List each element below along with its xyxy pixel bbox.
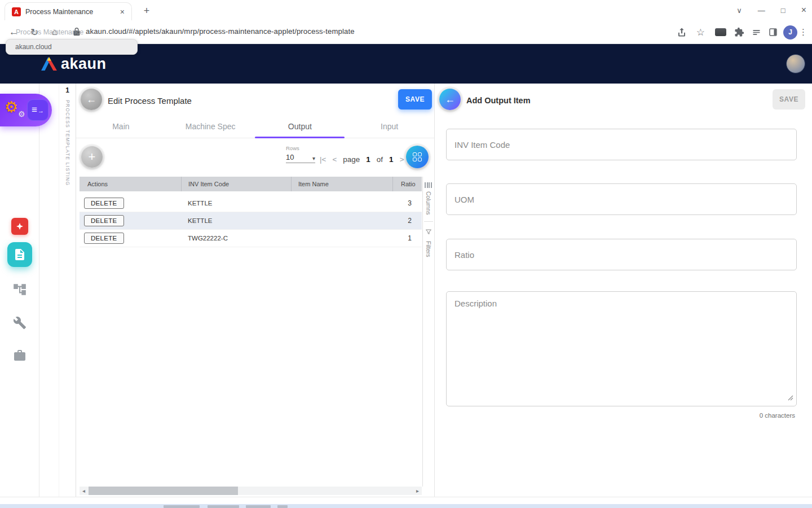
table-side-tools: Columns Filters [422,177,434,487]
process-template-listing-strip[interactable]: 1 PROCESS TEMPLATE LISTING [59,84,76,497]
wrench-icon[interactable] [13,316,27,330]
edit-process-template-panel: ← Edit Process Template SAVE Main Machin… [76,84,434,497]
red-applet-icon[interactable] [11,218,28,235]
table-row[interactable]: DELETE TWG22222-C 1 [80,230,422,247]
arrow-right-icon: → [38,107,44,114]
window-close-icon[interactable]: × [801,5,806,15]
page-total: 1 [389,155,394,164]
bookmark-star-icon[interactable]: ☆ [696,20,705,44]
taskbar-item [208,505,239,508]
ratio-input[interactable] [454,250,788,260]
browser-tab[interactable]: A Process Maintenance × [5,2,132,20]
browser-profile-avatar[interactable]: J [783,20,797,44]
reading-list-icon[interactable] [752,20,761,44]
header-inv-item-code: INV Item Code [181,177,291,191]
save-button-disabled[interactable]: SAVE [773,89,805,110]
briefcase-icon[interactable] [13,349,27,362]
window-chevron-icon[interactable]: ∨ [736,6,742,15]
side-panel-icon[interactable] [768,20,778,44]
table-header: Actions INV Item Code Item Name Ratio [80,177,422,191]
flow-tree-icon[interactable] [12,282,27,297]
cell-inv-item-code: TWG22222-C [181,235,291,242]
rows-label: Rows [286,145,315,151]
browser-menu-icon[interactable]: ⋮ [799,20,807,44]
new-tab-button[interactable]: + [140,4,153,17]
divider [424,221,433,222]
taskbar-item [246,505,271,508]
tab-bar: Main Machine Spec Output Input [76,115,434,138]
description-field-wrap [446,291,797,406]
scroll-left-icon[interactable]: ◂ [80,487,88,495]
table-row[interactable]: DELETE KETTLE 3 [80,195,422,212]
filters-tool[interactable]: Filters [425,241,432,257]
ratio-field-wrap [446,239,797,270]
cell-ratio: 3 [392,199,422,207]
resize-handle-icon[interactable] [788,393,793,403]
tab-output[interactable]: Output [255,115,345,138]
table-row[interactable]: DELETE KETTLE 2 [80,212,422,230]
share-icon[interactable] [677,20,687,44]
uom-input[interactable] [454,195,788,204]
columns-tool[interactable]: Columns [425,191,432,214]
pagination: |< < page 1 of 1 > >| [320,155,417,164]
user-avatar[interactable] [786,54,805,73]
tab-title: Process Maintenance [25,8,118,16]
tab-input[interactable]: Input [345,115,434,138]
panel-title: Add Output Item [466,96,531,105]
inv-item-code-field-wrap [446,129,797,160]
add-row-button[interactable]: + [81,146,103,168]
delete-button[interactable]: DELETE [84,233,124,244]
gear-icon: ⚙ [5,98,18,116]
header-ratio: Ratio [392,177,422,191]
tab-main[interactable]: Main [76,115,166,138]
tab-machine-spec[interactable]: Machine Spec [166,115,255,138]
window-maximize-icon[interactable]: □ [781,6,785,15]
window-controls: ∨ — □ × [736,0,806,20]
rows-select[interactable]: 10 ▾ [286,153,315,163]
tab-close-icon[interactable]: × [118,7,127,16]
caret-down-icon: ▾ [312,155,315,161]
back-button[interactable]: ← [81,89,102,110]
of-word: of [377,155,383,164]
rows-value: 10 [286,153,294,161]
prev-page-button[interactable]: < [332,155,337,164]
save-button[interactable]: SAVE [398,89,432,110]
keyboard-icon[interactable] [715,20,726,44]
screen: A Process Maintenance × + ∨ — □ × ← ↻ ⌂ … [0,0,812,508]
process-template-applet-icon[interactable] [7,242,32,267]
url-text[interactable]: akaun.cloud/#/applets/akaun/mrp/process-… [86,27,355,36]
horizontal-scrollbar[interactable]: ◂ ▸ [80,487,422,495]
listing-label: PROCESS TEMPLATE LISTING [65,100,70,186]
page-current: 1 [366,155,370,164]
cell-ratio: 1 [392,234,422,242]
tab-tooltip: akaun.cloud [6,39,138,55]
brand-logo: akaun [41,55,107,73]
description-textarea[interactable] [454,299,788,399]
cell-inv-item-code: KETTLE [181,217,291,224]
delete-button[interactable]: DELETE [84,198,124,209]
back-arrow-icon: ← [86,94,96,106]
filter-funnel-icon [425,227,432,238]
scroll-right-icon[interactable]: ▸ [413,487,422,495]
back-button[interactable]: ← [439,89,461,110]
window-minimize-icon[interactable]: — [758,6,765,15]
add-output-item-panel: ← Add Output Item SAVE 0 characters [434,84,812,497]
scrollbar-thumb[interactable] [89,487,238,495]
next-page-button[interactable]: > [400,155,404,164]
grid-view-button[interactable] [406,146,429,168]
header-item-name: Item Name [291,177,392,191]
character-count: 0 characters [760,412,795,419]
delete-button[interactable]: DELETE [84,215,124,226]
menu-lines-icon: ≡ [32,104,37,116]
uom-field-wrap [446,183,797,215]
extensions-icon[interactable] [734,20,744,44]
inv-item-code-input[interactable] [454,140,788,150]
quick-settings-widget[interactable]: ⚙ ⚙ ≡ → [0,94,52,126]
applet-sidebar: ⚙ [0,84,39,497]
brand-triangle-icon [41,56,58,71]
taskbar-edge [0,504,812,508]
collapse-menu-button[interactable]: ≡ → [27,99,48,121]
plus-icon: + [89,150,96,164]
first-page-button[interactable]: |< [320,155,326,164]
brand-name: akaun [61,55,107,73]
